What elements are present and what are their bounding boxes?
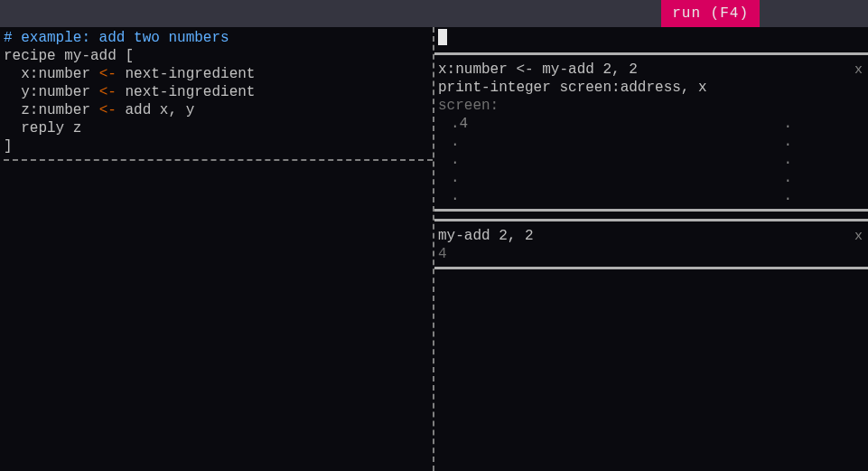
editor-pane[interactable]: # example: add two numbersrecipe my-add … [0,27,434,471]
editor-divider [4,159,433,161]
code-line: recipe my-add [ [4,47,433,65]
sandbox-input[interactable] [434,29,868,45]
code-line: y:number <- next-ingredient [4,83,433,101]
screen-row: .. [438,151,864,169]
sandbox-divider [434,219,868,221]
sandbox-divider [434,209,868,212]
sandbox-command: x:number <- my-add 2, 2 [438,61,864,79]
sandbox-pane: xx:number <- my-add 2, 2print-integer sc… [434,27,868,471]
sandbox-divider [434,267,868,269]
screen-label: screen: [438,97,864,115]
screen-row: .. [438,187,864,205]
main-area: # example: add two numbersrecipe my-add … [0,27,868,471]
title-bar: run (F4) [0,0,868,27]
cursor-icon [438,29,447,45]
screen-row: .4. [438,115,864,133]
code-line: reply z [4,119,433,137]
screen-row: .. [438,169,864,187]
sandbox-command: print-integer screen:address, x [438,79,864,97]
sandbox-command: my-add 2, 2 [438,227,864,245]
code-line: z:number <- add x, y [4,101,433,119]
code-line: # example: add two numbers [4,29,433,47]
close-icon[interactable]: x [854,62,863,78]
close-icon[interactable]: x [854,229,863,244]
sandbox-divider [434,52,868,55]
sandbox-1: xmy-add 2, 24 [434,227,868,263]
code-line: x:number <- next-ingredient [4,65,433,83]
sandbox-0: xx:number <- my-add 2, 2print-integer sc… [434,61,868,205]
sandbox-result: 4 [438,245,864,263]
code-line: ] [4,137,433,155]
screen-row: .. [438,133,864,151]
run-button[interactable]: run (F4) [661,0,760,27]
